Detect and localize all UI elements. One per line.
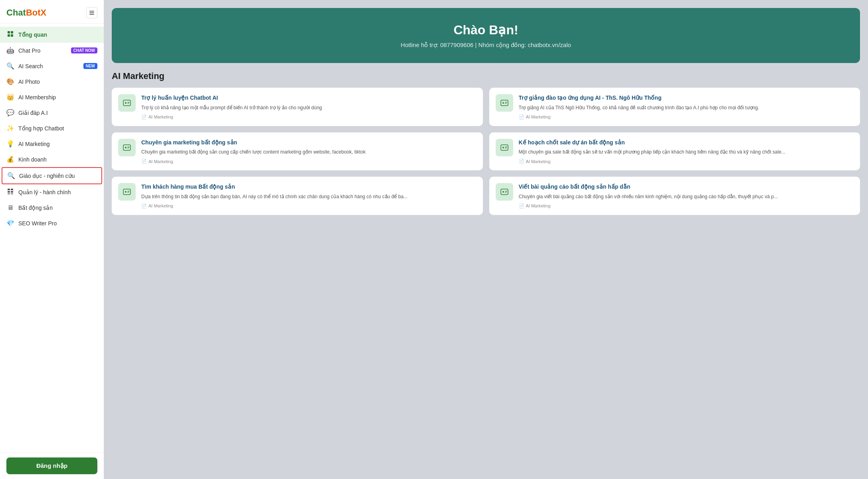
tag-label: AI Marketing — [526, 114, 551, 119]
tag-label: AI Marketing — [526, 159, 551, 164]
login-button[interactable]: Đăng nhập — [6, 457, 97, 474]
robot-icon: 🤖 — [6, 47, 14, 54]
hero-banner: Chào Bạn! Hotline hỗ trợ: 0877909606 | N… — [112, 8, 860, 63]
sidebar-item-label: Quản lý - hành chính — [18, 189, 97, 195]
sidebar-item-bat-dong-san[interactable]: 🖥 Bất động sản — [0, 200, 104, 215]
card-title: Kế hoạch chốt sale dự án bất động sản — [519, 139, 854, 147]
card-item[interactable]: Chuyên gia marketing bất động sản Chuyên… — [112, 132, 483, 171]
ai-marketing-section: AI Marketing Trợ lý huấn luyện Chatbot A… — [112, 71, 860, 215]
sidebar-item-ai-photo[interactable]: 🎨 AI Photo — [0, 74, 104, 89]
grid-icon — [6, 188, 14, 196]
svg-point-16 — [502, 102, 504, 104]
card-body: Trợ giảng đào tạo ứng dụng AI - ThS. Ngô… — [519, 94, 854, 120]
sidebar-item-giai-dap[interactable]: 💬 Giải đáp A.I — [0, 105, 104, 120]
education-search-icon: 🔍 — [7, 172, 15, 179]
sidebar-item-ai-marketing[interactable]: 💡 AI Marketing — [0, 136, 104, 152]
card-item[interactable]: Trợ giảng đào tạo ứng dụng AI - ThS. Ngô… — [489, 88, 860, 126]
card-body: Trợ lý huấn luyện Chatbot AI Trợ lý có k… — [141, 94, 477, 120]
sidebar-item-label: AI Photo — [18, 79, 97, 85]
sidebar-footer: Đăng nhập — [0, 452, 104, 479]
card-body: Tìm khách hàng mua Bất động sản Dựa trên… — [141, 183, 477, 209]
sidebar-item-tong-hop-chatbot[interactable]: ✨ Tổng hợp Chatbot — [0, 120, 104, 136]
tag-label: AI Marketing — [148, 203, 173, 208]
card-title: Trợ lý huấn luyện Chatbot AI — [141, 94, 477, 102]
search-icon: 🔍 — [6, 62, 14, 70]
sidebar-item-chat-pro[interactable]: 🤖 Chat Pro CHAT NOW — [0, 43, 104, 58]
sidebar-item-label: Tổng quan — [18, 32, 97, 38]
svg-rect-12 — [11, 193, 13, 194]
card-icon — [118, 139, 136, 156]
card-desc: Dựa trên thông tin bất động sản bạn đang… — [141, 193, 477, 200]
card-icon — [118, 183, 136, 201]
card-desc: Một chuyên gia sale bất động sản sẽ tư v… — [519, 148, 854, 156]
tag-icon: 📄 — [141, 159, 147, 164]
card-item[interactable]: Kế hoạch chốt sale dự án bất động sản Mộ… — [489, 132, 860, 171]
card-icon — [118, 94, 136, 112]
cards-grid: Trợ lý huấn luyện Chatbot AI Trợ lý có k… — [112, 88, 860, 215]
card-title: Tìm khách hàng mua Bất động sản — [141, 183, 477, 191]
card-item[interactable]: Trợ lý huấn luyện Chatbot AI Trợ lý có k… — [112, 88, 483, 126]
chat-icon: 💬 — [6, 109, 14, 116]
sidebar: ChatBotX Tổng quan 🤖 Chat — [0, 0, 104, 479]
sidebar-item-label: Bất động sản — [18, 205, 97, 211]
tag-icon: 📄 — [519, 203, 524, 209]
tag-icon: 📄 — [141, 203, 147, 209]
sidebar-item-ai-membership[interactable]: 👑 AI Membership — [0, 89, 104, 105]
sidebar-item-label: Chat Pro — [18, 47, 67, 54]
card-item[interactable]: Viết bài quảng cáo bất động sản hấp dẫn … — [489, 177, 860, 215]
app-logo: ChatBotX — [6, 8, 46, 18]
svg-rect-10 — [11, 191, 13, 193]
svg-rect-7 — [8, 189, 10, 190]
sidebar-item-kinh-doanh[interactable]: 💰 Kinh doanh — [0, 152, 104, 167]
card-body: Kế hoạch chốt sale dự án bất động sản Mộ… — [519, 139, 854, 164]
tag-icon: 📄 — [141, 114, 147, 120]
sidebar-item-giao-duc[interactable]: 🔍 Giáo dục - nghiên cứu — [2, 167, 102, 184]
svg-rect-0 — [89, 11, 94, 12]
chat-now-badge: CHAT NOW — [71, 47, 97, 53]
sidebar-item-quan-ly[interactable]: Quản lý - hành chính — [0, 184, 104, 200]
diamond-icon: 💎 — [6, 219, 14, 227]
palette-icon: 🎨 — [6, 78, 14, 85]
sidebar-item-seo-writer[interactable]: 💎 SEO Writer Pro — [0, 215, 104, 231]
svg-rect-9 — [8, 191, 10, 193]
sidebar-item-label: Tổng hợp Chatbot — [18, 125, 97, 132]
card-desc: Trợ lý có khả năng tạo một mẫu prompt để… — [141, 104, 477, 111]
card-tag: 📄 AI Marketing — [519, 159, 854, 164]
card-body: Chuyên gia marketing bất động sản Chuyên… — [141, 139, 477, 164]
sidebar-header: ChatBotX — [0, 0, 104, 24]
svg-rect-8 — [11, 189, 13, 190]
card-tag: 📄 AI Marketing — [141, 114, 477, 120]
logo-bot: Bot — [26, 8, 41, 18]
card-icon — [496, 139, 513, 156]
tag-label: AI Marketing — [526, 203, 551, 208]
card-title: Chuyên gia marketing bất động sản — [141, 139, 477, 147]
logo-chat: Chat — [6, 8, 26, 18]
tag-label: AI Marketing — [148, 114, 173, 119]
card-desc: Chuyên gia marketing bất động sản cung c… — [141, 148, 477, 156]
svg-point-18 — [125, 147, 127, 148]
sidebar-toggle-button[interactable] — [86, 7, 97, 18]
sidebar-item-tong-quan[interactable]: Tổng quan — [0, 27, 104, 43]
card-desc: Chuyên gia viết bài quảng cáo bất động s… — [519, 193, 854, 200]
card-body: Viết bài quảng cáo bất động sản hấp dẫn … — [519, 183, 854, 209]
sidebar-item-label: AI Membership — [18, 94, 97, 101]
money-icon: 💰 — [6, 156, 14, 163]
new-badge: NEW — [83, 63, 97, 69]
svg-point-22 — [125, 191, 127, 193]
card-title: Viết bài quảng cáo bất động sản hấp dẫn — [519, 183, 854, 191]
card-item[interactable]: Tìm khách hàng mua Bất động sản Dựa trên… — [112, 177, 483, 215]
tag-icon: 📄 — [519, 159, 524, 164]
svg-point-20 — [502, 147, 504, 148]
sidebar-item-ai-search[interactable]: 🔍 AI Search NEW — [0, 58, 104, 74]
card-tag: 📄 AI Marketing — [141, 203, 477, 209]
card-title: Trợ giảng đào tạo ứng dụng AI - ThS. Ngô… — [519, 94, 854, 102]
svg-rect-4 — [11, 31, 13, 34]
main-content: Chào Bạn! Hotline hỗ trợ: 0877909606 | N… — [104, 0, 868, 479]
card-icon — [496, 94, 513, 112]
sidebar-item-label: AI Search — [18, 63, 79, 69]
sidebar-item-label: AI Marketing — [18, 141, 97, 147]
logo-x: X — [41, 8, 47, 18]
crown-icon: 👑 — [6, 93, 14, 101]
bulb-icon: 💡 — [6, 140, 14, 148]
hero-subtitle: Hotline hỗ trợ: 0877909606 | Nhóm cộng đ… — [128, 41, 844, 49]
